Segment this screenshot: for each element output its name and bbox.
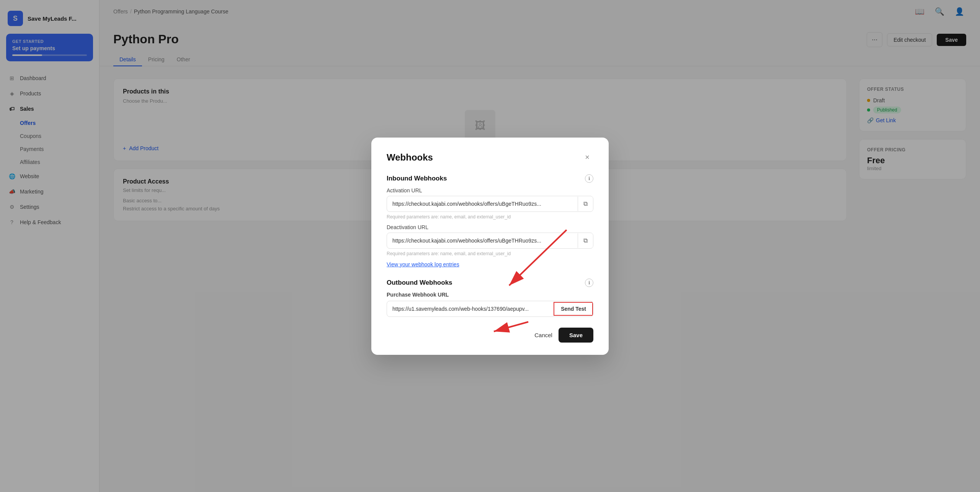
activation-url-input[interactable]: [387, 196, 578, 212]
purchase-webhook-label: Purchase Webhook URL: [387, 292, 593, 298]
send-test-button[interactable]: Send Test: [554, 302, 593, 316]
modal-save-button[interactable]: Save: [559, 328, 593, 343]
modal-close-button[interactable]: ×: [581, 151, 593, 164]
outbound-webhooks-section: Outbound Webhooks ℹ Purchase Webhook URL…: [387, 279, 593, 317]
inbound-info-icon[interactable]: ℹ: [585, 174, 593, 183]
modal-footer: Cancel Save: [387, 328, 593, 343]
deactivation-label: Deactivation URL: [387, 224, 593, 230]
deactivation-url-field: ⧉: [387, 233, 593, 249]
inbound-section-title: Inbound Webhooks: [387, 175, 447, 182]
modal-title: Webhooks: [387, 152, 433, 163]
deactivation-url-input[interactable]: [387, 233, 578, 248]
view-log-link[interactable]: View your webhook log entries: [387, 261, 459, 267]
copy-activation-url-button[interactable]: ⧉: [578, 197, 593, 211]
cancel-button[interactable]: Cancel: [534, 332, 552, 338]
purchase-url-input[interactable]: [387, 301, 554, 317]
deactivation-hint: Required parameters are: name, email, an…: [387, 251, 593, 256]
activation-hint: Required parameters are: name, email, an…: [387, 214, 593, 220]
modal-overlay[interactable]: Webhooks × Inbound Webhooks ℹ Activation…: [0, 0, 980, 492]
outbound-info-icon[interactable]: ℹ: [585, 279, 593, 287]
outbound-section-header: Outbound Webhooks ℹ: [387, 279, 593, 287]
outbound-section-title: Outbound Webhooks: [387, 279, 452, 287]
purchase-url-field: Send Test: [387, 301, 593, 317]
activation-url-field: ⧉: [387, 196, 593, 212]
inbound-section-header: Inbound Webhooks ℹ: [387, 174, 593, 183]
copy-deactivation-url-button[interactable]: ⧉: [578, 233, 593, 248]
activation-label: Activation URL: [387, 187, 593, 194]
inbound-webhooks-section: Inbound Webhooks ℹ Activation URL ⧉ Requ…: [387, 174, 593, 268]
webhooks-modal: Webhooks × Inbound Webhooks ℹ Activation…: [371, 138, 609, 355]
modal-header: Webhooks ×: [387, 151, 593, 164]
